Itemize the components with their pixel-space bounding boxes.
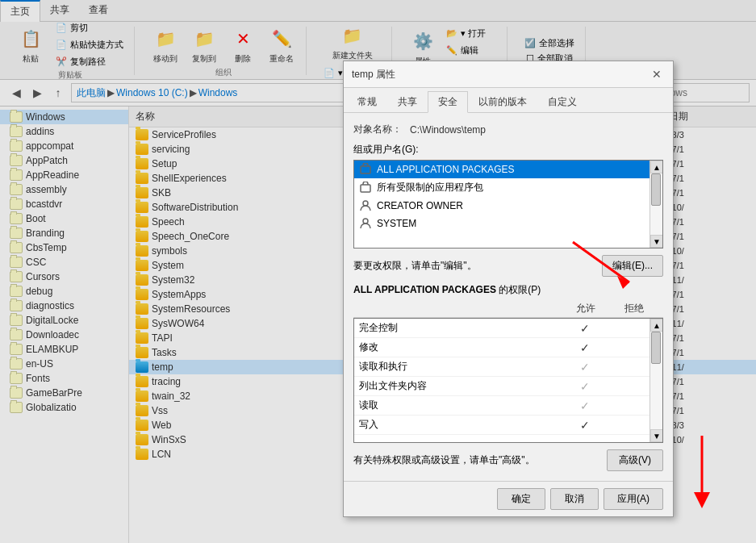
dialog-tab-custom[interactable]: 自定义: [537, 91, 587, 112]
user-name-1: 所有受限制的应用程序包: [377, 181, 483, 194]
perm-scrollbar-track[interactable]: [650, 332, 662, 429]
perm-list: 完全控制 ✓ 修改 ✓ 读取和执行 ✓ 列出文件夹内容 ✓ 读取 ✓ 写入 ✓: [353, 318, 663, 443]
special-perm-row: 有关特殊权限或高级设置，请单击"高级"。 高级(V): [353, 449, 663, 471]
perm-section-name: ALL APPLICATION PACKAGES: [353, 284, 496, 295]
user-item-3[interactable]: SYSTEM: [354, 215, 662, 232]
perm-allow-check: ✓: [561, 419, 609, 432]
object-name-row: 对象名称： C:\Windows\temp: [353, 123, 663, 136]
package-icon-0: [359, 163, 372, 176]
perm-name-text: 列出文件夹内容: [359, 379, 561, 393]
svg-point-3: [363, 219, 368, 223]
person-icon-2: [359, 199, 372, 212]
perm-allow-check: ✓: [561, 399, 609, 412]
user-list-scrollbar[interactable]: ▲ ▼: [649, 161, 662, 248]
svg-rect-0: [361, 166, 370, 173]
perm-allow-check: ✓: [561, 380, 609, 393]
scrollbar-track[interactable]: [650, 173, 662, 235]
user-name-3: SYSTEM: [377, 218, 416, 229]
user-list[interactable]: ALL APPLICATION PACKAGES 所有受限制的应用程序包: [353, 160, 663, 249]
explorer-window: 主页 共享 查看 📋 粘贴 📄 剪切 📄 粘贴快捷方式: [0, 0, 756, 543]
dialog-tab-share[interactable]: 共享: [387, 91, 428, 112]
perm-col-name-header: [358, 302, 562, 315]
advanced-button[interactable]: 高级(V): [607, 449, 663, 471]
perm-name-text: 修改: [359, 340, 561, 354]
dialog-tab-general[interactable]: 常规: [347, 91, 387, 112]
svg-rect-1: [361, 185, 370, 192]
perm-scrollbar-up[interactable]: ▲: [650, 319, 663, 332]
edit-section: 要更改权限，请单击"编辑"。 编辑(E)...: [353, 255, 663, 277]
dialog-tabs: 常规 共享 安全 以前的版本 自定义: [344, 88, 673, 113]
user-item-2[interactable]: CREATOR OWNER: [354, 197, 662, 215]
perm-row: 读取和执行 ✓: [354, 357, 662, 377]
cancel-button[interactable]: 取消: [550, 488, 599, 510]
group-label: 组或用户名(G):: [353, 143, 663, 157]
apply-button[interactable]: 应用(A): [604, 488, 663, 510]
user-name-2: CREATOR OWNER: [377, 200, 463, 211]
dialog-security-content: 对象名称： C:\Windows\temp 组或用户名(G): ALL APPL…: [344, 113, 673, 481]
package-icon-1: [359, 182, 372, 194]
edit-permissions-button[interactable]: 编辑(E)...: [602, 255, 663, 277]
perm-allow-check: ✓: [561, 341, 609, 354]
user-item-1[interactable]: 所有受限制的应用程序包: [354, 178, 662, 197]
perm-section-label-row: ALL APPLICATION PACKAGES 的权限(P): [353, 283, 663, 297]
scrollbar-up-button[interactable]: ▲: [650, 161, 663, 173]
perm-name-text: 完全控制: [359, 321, 561, 335]
perm-allow-check: ✓: [561, 322, 609, 335]
dialog-close-button[interactable]: ✕: [649, 66, 665, 82]
perm-name-text: 读取和执行: [359, 360, 561, 374]
user-name-0: ALL APPLICATION PACKAGES: [377, 164, 515, 175]
object-name-value: C:\Windows\temp: [410, 124, 486, 136]
perm-row: 写入 ✓: [354, 416, 662, 435]
perm-allow-check: ✓: [561, 361, 609, 374]
ok-button[interactable]: 确定: [497, 488, 545, 510]
dialog-title: temp 属性: [352, 68, 395, 81]
person-icon-3: [359, 217, 372, 230]
perm-section-suffix: 的权限(P): [499, 284, 541, 295]
scrollbar-thumb[interactable]: [651, 173, 661, 206]
perm-rows-container: 完全控制 ✓ 修改 ✓ 读取和执行 ✓ 列出文件夹内容 ✓ 读取 ✓ 写入 ✓: [354, 319, 662, 435]
properties-dialog: temp 属性 ✕ 常规 共享 安全 以前的版本 自定义 对象名称： C:\Wi…: [343, 61, 674, 517]
special-perm-text: 有关特殊权限或高级设置，请单击"高级"。: [353, 453, 535, 467]
svg-point-2: [363, 201, 368, 206]
perm-name-text: 读取: [359, 399, 561, 412]
perm-scrollbar-down[interactable]: ▼: [650, 429, 663, 442]
dialog-footer: 确定 取消 应用(A): [344, 481, 673, 516]
scrollbar-down-button[interactable]: ▼: [650, 235, 663, 248]
dialog-overlay: temp 属性 ✕ 常规 共享 安全 以前的版本 自定义 对象名称： C:\Wi…: [0, 0, 756, 543]
dialog-tab-previous[interactable]: 以前的版本: [468, 91, 537, 112]
change-permissions-text: 要更改权限，请单击"编辑"。: [353, 259, 477, 273]
perm-table-header: 允许 拒绝: [353, 300, 663, 318]
perm-list-scrollbar[interactable]: ▲ ▼: [649, 319, 662, 442]
object-name-label: 对象名称：: [353, 123, 410, 136]
perm-col-allow-header: 允许: [562, 302, 610, 315]
perm-name-text: 写入: [359, 418, 561, 432]
perm-row: 修改 ✓: [354, 338, 662, 357]
perm-scrollbar-thumb[interactable]: [651, 332, 661, 364]
perm-row: 列出文件夹内容 ✓: [354, 377, 662, 396]
perm-row: 完全控制 ✓: [354, 319, 662, 338]
perm-col-deny-header: 拒绝: [610, 302, 658, 315]
dialog-tab-security[interactable]: 安全: [428, 91, 468, 113]
user-item-0[interactable]: ALL APPLICATION PACKAGES: [354, 161, 662, 178]
perm-row: 读取 ✓: [354, 396, 662, 416]
dialog-titlebar: temp 属性 ✕: [344, 61, 673, 88]
